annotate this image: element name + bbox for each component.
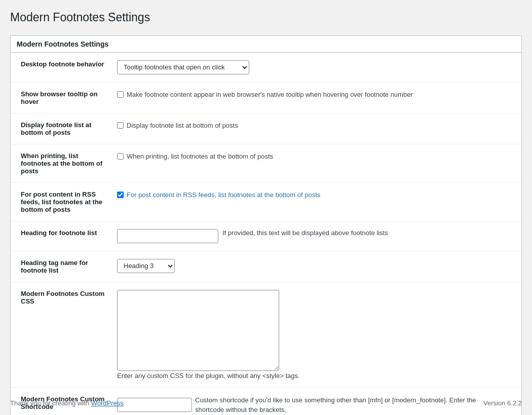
settings-box: Modern Footnotes Settings Desktop footno…	[10, 35, 522, 415]
label-display-footnote-list: Display footnote list at bottom of posts	[11, 113, 112, 144]
checkbox-browser-tooltip[interactable]	[117, 91, 124, 98]
page-title: Modern Footnotes Settings	[10, 10, 522, 25]
row-custom-css: Modern Footnotes Custom CSS Enter any cu…	[11, 282, 521, 387]
cell-rss-footnotes: For post content in RSS feeds, list foot…	[112, 182, 521, 221]
row-display-footnote-list: Display footnote list at bottom of posts…	[11, 113, 521, 144]
css-textarea-wrapper: Enter any custom CSS for the plugin, wit…	[117, 290, 300, 380]
settings-box-heading: Modern Footnotes Settings	[11, 36, 521, 53]
label-heading-tag-name: Heading tag name for footnote list	[11, 251, 112, 282]
shortcode-row: Custom shortcode if you'd like to use so…	[117, 395, 516, 415]
label-rss-footnotes: For post content in RSS feeds, list foot…	[11, 182, 112, 221]
label-show-browser-tooltip: Show browser tooltip on hover	[11, 82, 112, 113]
footer-version: Version 6.2.2	[483, 399, 522, 407]
row-show-browser-tooltip: Show browser tooltip on hover Make footn…	[11, 82, 521, 113]
textarea-custom-css[interactable]	[117, 290, 279, 371]
cell-custom-css: Enter any custom CSS for the plugin, wit…	[112, 282, 521, 387]
cell-display-footnote-list: Display footnote list at bottom of posts	[112, 113, 521, 144]
checkbox-printing-footnotes[interactable]	[117, 153, 124, 160]
cell-printing-footnotes: When printing, list footnotes at the bot…	[112, 144, 521, 182]
checkbox-display-footnote-list[interactable]	[117, 122, 124, 129]
row-rss-footnotes: For post content in RSS feeds, list foot…	[11, 182, 521, 221]
footer-thank-you: Thank you for creating with	[10, 399, 91, 407]
custom-css-description: Enter any custom CSS for the plugin, wit…	[117, 372, 300, 380]
row-desktop-footnote-behavior: Desktop footnote behavior Tooltip footno…	[11, 53, 521, 83]
input-custom-shortcode[interactable]	[117, 398, 192, 412]
row-printing-footnotes: When printing, list footnotes at the bot…	[11, 144, 521, 182]
select-heading-tag-name[interactable]: Heading 1 Heading 2 Heading 3 Heading 4 …	[117, 259, 175, 273]
cell-heading-footnote-list: If provided, this text will be displayed…	[112, 221, 521, 251]
label-rss-checkbox[interactable]: For post content in RSS feeds, list foot…	[117, 191, 516, 200]
label-display-footnote-checkbox[interactable]: Display footnote list at bottom of posts	[117, 121, 516, 130]
cell-show-browser-tooltip: Make footnote content appear in web brow…	[112, 82, 521, 113]
row-heading-tag-name: Heading tag name for footnote list Headi…	[11, 251, 521, 282]
footer-text: Thank you for creating with WordPress	[10, 399, 124, 407]
cell-heading-tag-name: Heading 1 Heading 2 Heading 3 Heading 4 …	[112, 251, 521, 282]
display-footnote-checkbox-label: Display footnote list at bottom of posts	[127, 121, 238, 130]
label-heading-footnote-list: Heading for footnote list	[11, 221, 112, 251]
label-printing-footnotes: When printing, list footnotes at the bot…	[11, 144, 112, 182]
label-custom-css: Modern Footnotes Custom CSS	[11, 282, 112, 387]
browser-tooltip-checkbox-label: Make footnote content appear in web brow…	[127, 90, 413, 99]
cell-desktop-footnote-behavior: Tooltip footnotes that open on click Inl…	[112, 53, 521, 83]
rss-checkbox-label: For post content in RSS feeds, list foot…	[127, 191, 320, 200]
heading-footnote-description: If provided, this text will be displayed…	[222, 229, 388, 237]
printing-checkbox-label: When printing, list footnotes at the bot…	[127, 152, 273, 161]
cell-custom-shortcode: Custom shortcode if you'd like to use so…	[112, 387, 521, 415]
custom-shortcode-description: Custom shortcode if you'd like to use so…	[195, 395, 499, 415]
row-heading-footnote-list: Heading for footnote list If provided, t…	[11, 221, 521, 251]
checkbox-rss-footnotes[interactable]	[117, 192, 124, 198]
settings-table: Desktop footnote behavior Tooltip footno…	[11, 53, 521, 415]
label-desktop-footnote-behavior: Desktop footnote behavior	[11, 53, 112, 83]
label-printing-checkbox[interactable]: When printing, list footnotes at the bot…	[117, 152, 516, 161]
footer-wordpress-link[interactable]: WordPress	[91, 399, 124, 407]
label-browser-tooltip-checkbox[interactable]: Make footnote content appear in web brow…	[117, 90, 516, 99]
input-heading-footnote-list[interactable]	[117, 229, 218, 243]
heading-field-row: If provided, this text will be displayed…	[117, 229, 516, 243]
select-desktop-footnote-behavior[interactable]: Tooltip footnotes that open on click Inl…	[117, 60, 249, 74]
